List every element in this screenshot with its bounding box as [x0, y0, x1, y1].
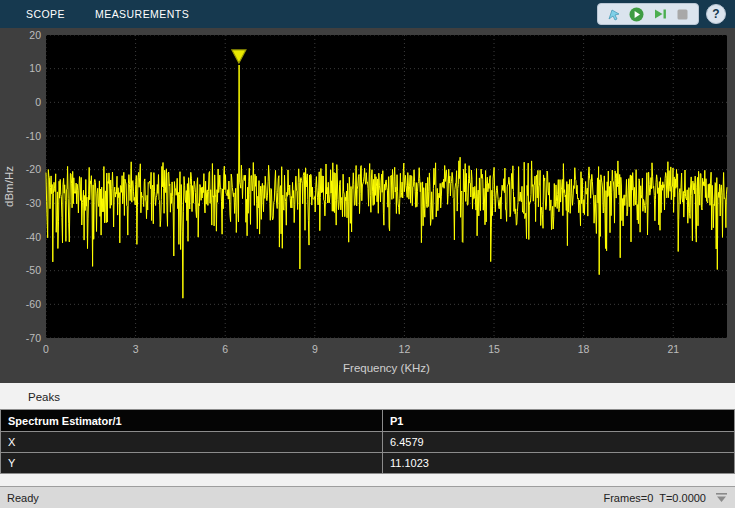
svg-text:21: 21	[667, 343, 679, 355]
svg-text:9: 9	[312, 343, 318, 355]
help-button[interactable]: ?	[706, 4, 726, 24]
status-message: Ready	[7, 492, 39, 504]
svg-text:-10: -10	[26, 130, 41, 142]
peaks-table-p1-header: P1	[383, 410, 735, 432]
simulation-controls: ?	[597, 3, 735, 25]
svg-text:0: 0	[43, 343, 49, 355]
collapse-panel-icon[interactable]	[715, 492, 728, 503]
peaks-panel: Peaks Spectrum Estimator/1 P1 X 6.4579 Y…	[0, 383, 735, 486]
peaks-table-header-row: Spectrum Estimator/1 P1	[1, 410, 735, 432]
table-row[interactable]: Y 11.1023	[1, 453, 735, 474]
svg-text:10: 10	[29, 62, 41, 74]
svg-text:3: 3	[133, 343, 139, 355]
cursor-icon[interactable]	[606, 7, 621, 22]
simulation-button-group	[597, 3, 699, 25]
svg-text:15: 15	[488, 343, 500, 355]
svg-text:-50: -50	[26, 264, 41, 276]
svg-text:-30: -30	[26, 197, 41, 209]
spectrum-plot[interactable]: 03691215182120100-10-20-30-40-50-60-70Fr…	[0, 28, 735, 383]
peak-y-label: Y	[1, 453, 383, 474]
svg-text:Frequency (KHz): Frequency (KHz)	[343, 362, 430, 374]
svg-text:-20: -20	[26, 163, 41, 175]
status-bar: Ready Frames=0 T=0.0000	[0, 486, 735, 508]
svg-text:18: 18	[578, 343, 590, 355]
tab-measurements[interactable]: MEASUREMENTS	[80, 0, 204, 28]
svg-text:-60: -60	[26, 298, 41, 310]
peak-x-value: 6.4579	[383, 432, 735, 453]
peak-x-label: X	[1, 432, 383, 453]
tab-scope[interactable]: SCOPE	[0, 0, 80, 28]
frames-time-readout: Frames=0 T=0.0000	[603, 492, 706, 504]
peaks-table-source-header: Spectrum Estimator/1	[1, 410, 383, 432]
run-button[interactable]	[629, 7, 644, 22]
spectrum-analyzer-window: SCOPE MEASUREMENTS	[0, 0, 735, 508]
peaks-table: Spectrum Estimator/1 P1 X 6.4579 Y 11.10…	[0, 409, 735, 474]
svg-text:6: 6	[222, 343, 228, 355]
stop-button[interactable]	[675, 7, 690, 22]
peak-y-value: 11.1023	[383, 453, 735, 474]
step-forward-button[interactable]	[652, 7, 667, 22]
svg-text:20: 20	[29, 29, 41, 41]
plot-panel: 03691215182120100-10-20-30-40-50-60-70Fr…	[0, 28, 735, 383]
svg-text:-70: -70	[26, 332, 41, 344]
svg-text:12: 12	[399, 343, 411, 355]
svg-text:dBm/Hz: dBm/Hz	[3, 166, 15, 207]
svg-text:-40: -40	[26, 231, 41, 243]
svg-text:0: 0	[35, 96, 41, 108]
toolstrip: SCOPE MEASUREMENTS	[0, 0, 735, 28]
table-row[interactable]: X 6.4579	[1, 432, 735, 453]
peaks-panel-title: Peaks	[0, 383, 735, 409]
